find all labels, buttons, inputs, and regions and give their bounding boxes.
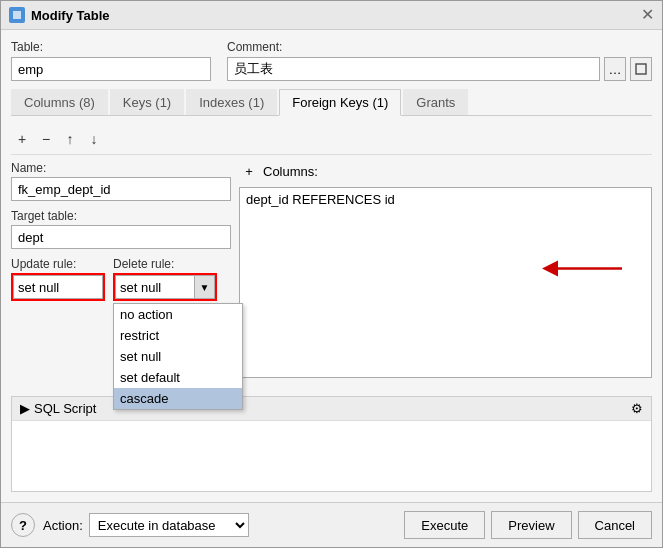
cancel-button[interactable]: Cancel: [578, 511, 652, 539]
columns-header: + Columns:: [239, 161, 652, 181]
execute-button[interactable]: Execute: [404, 511, 485, 539]
action-select-wrapper: Execute in database: [89, 513, 249, 537]
sql-gear-icon[interactable]: ⚙: [631, 401, 643, 416]
rules-row: Update rule: set null no action restrict…: [11, 257, 231, 301]
svg-rect-0: [13, 11, 21, 19]
fk-name-label: Name:: [11, 161, 231, 175]
columns-value: dept_id REFERENCES id: [246, 192, 395, 207]
fk-name-input[interactable]: [11, 177, 231, 201]
main-content: Table: Comment: … Columns (8) Keys (1) I…: [1, 30, 662, 502]
update-rule-box: set null no action restrict set default …: [11, 273, 105, 301]
fk-right-panel: + Columns: dept_id REFERENCES id: [239, 155, 652, 384]
update-rule-label: Update rule:: [11, 257, 105, 271]
dropdown-item-no-action[interactable]: no action: [114, 304, 242, 325]
delete-rule-box: set null ▼: [113, 273, 217, 301]
add-fk-button[interactable]: +: [11, 128, 33, 150]
move-down-button[interactable]: ↓: [83, 128, 105, 150]
delete-rule-label: Delete rule:: [113, 257, 217, 271]
table-input[interactable]: [11, 57, 211, 81]
fk-target-field: Target table:: [11, 209, 231, 249]
dropdown-item-restrict[interactable]: restrict: [114, 325, 242, 346]
tab-foreign-keys[interactable]: Foreign Keys (1): [279, 89, 401, 116]
help-button[interactable]: ?: [11, 513, 35, 537]
window-icon: [9, 7, 25, 23]
columns-label: Columns:: [263, 164, 318, 179]
svg-marker-3: [542, 260, 558, 276]
fk-main-area: Name: Target table: Update rule:: [11, 155, 652, 384]
table-field: Table:: [11, 40, 211, 81]
move-up-button[interactable]: ↑: [59, 128, 81, 150]
sql-body: [12, 421, 651, 491]
preview-button[interactable]: Preview: [491, 511, 571, 539]
action-row: Action: Execute in database: [43, 513, 249, 537]
bottom-bar: ? Action: Execute in database Execute Pr…: [1, 502, 662, 547]
tab-grants[interactable]: Grants: [403, 89, 468, 115]
action-label: Action:: [43, 518, 83, 533]
comment-action-button[interactable]: [630, 57, 652, 81]
dropdown-item-set-null[interactable]: set null: [114, 346, 242, 367]
sql-collapse-icon: ▶: [20, 401, 30, 416]
fk-toolbar: + − ↑ ↓: [11, 124, 652, 155]
bottom-left: ? Action: Execute in database: [11, 513, 249, 537]
modify-table-window: Modify Table ✕ Table: Comment: …: [0, 0, 663, 548]
table-label: Table:: [11, 40, 211, 54]
delete-rule-group: Delete rule: set null ▼ no action restri…: [113, 257, 217, 301]
tab-keys[interactable]: Keys (1): [110, 89, 184, 115]
remove-fk-button[interactable]: −: [35, 128, 57, 150]
dropdown-item-set-default[interactable]: set default: [114, 367, 242, 388]
comment-row: …: [227, 57, 652, 81]
fk-target-input[interactable]: [11, 225, 231, 249]
sql-section: ▶ SQL Script ⚙: [11, 396, 652, 492]
svg-rect-1: [636, 64, 646, 74]
comment-input[interactable]: [227, 57, 600, 81]
tab-indexes[interactable]: Indexes (1): [186, 89, 277, 115]
tab-columns[interactable]: Columns (8): [11, 89, 108, 115]
sql-label: SQL Script: [34, 401, 96, 416]
comment-label: Comment:: [227, 40, 652, 54]
sql-header-left: ▶ SQL Script: [20, 401, 96, 416]
buttons-row: Execute Preview Cancel: [404, 511, 652, 539]
delete-rule-value: set null: [115, 275, 195, 299]
delete-rule-dropdown: no action restrict set null set default …: [113, 303, 243, 410]
fk-target-label: Target table:: [11, 209, 231, 223]
sql-header[interactable]: ▶ SQL Script ⚙: [12, 397, 651, 421]
foreign-keys-content: + − ↑ ↓ Name: Target table:: [11, 124, 652, 384]
table-comment-row: Table: Comment: …: [11, 40, 652, 81]
update-rule-group: Update rule: set null no action restrict…: [11, 257, 105, 301]
titlebar-left: Modify Table: [9, 7, 109, 23]
arrow-indicator: [542, 256, 622, 283]
fk-left-panel: Name: Target table: Update rule:: [11, 155, 231, 384]
comment-edit-button[interactable]: …: [604, 57, 626, 81]
comment-field: Comment: …: [227, 40, 652, 81]
add-column-button[interactable]: +: [239, 161, 259, 181]
update-rule-select[interactable]: set null no action restrict set default …: [13, 275, 103, 299]
delete-rule-arrow[interactable]: ▼: [195, 275, 215, 299]
close-button[interactable]: ✕: [641, 7, 654, 23]
window-title: Modify Table: [31, 8, 109, 23]
fk-name-field: Name:: [11, 161, 231, 201]
titlebar: Modify Table ✕: [1, 1, 662, 30]
action-select[interactable]: Execute in database: [89, 513, 249, 537]
dropdown-item-cascade[interactable]: cascade: [114, 388, 242, 409]
tabs-bar: Columns (8) Keys (1) Indexes (1) Foreign…: [11, 89, 652, 116]
